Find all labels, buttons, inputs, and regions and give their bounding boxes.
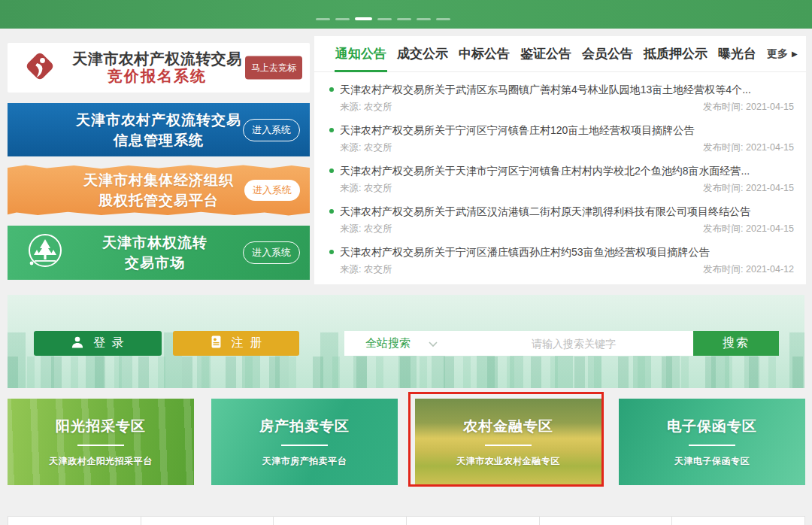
zone-title: 农村金融专区 [463,417,553,436]
tab-member[interactable]: 会员公告 [582,36,633,71]
list-item: 天津农村产权交易所关于武清区东马圈镇广善村第4号林业队园地13亩土地经营权等4个… [328,82,795,123]
source-value: 农交所 [364,142,392,153]
announcement-meta: 来源: 农交所 发布时间: 2021-04-15 [328,97,795,114]
banner-line: 天津市林权流转 [65,232,245,253]
table-cell [671,516,805,525]
tab-deal-publicity[interactable]: 成交公示 [397,36,448,71]
time-value: 2021-04-15 [746,102,794,112]
zone-real-estate-auction[interactable]: 房产拍卖专区 天津市房产拍卖平台 [211,399,398,485]
tab-notice-announcements[interactable]: 通知公告 [335,36,386,71]
carousel-dot-active[interactable] [355,17,372,20]
carousel-dot[interactable] [436,18,450,20]
table-cell [141,516,274,525]
tab-pledge[interactable]: 抵质押公示 [644,36,707,71]
login-button[interactable]: 登 录 [34,331,162,356]
source-label: 来源: [340,223,361,234]
announcement-title-link[interactable]: 天津农村产权交易所关于武清区汉沽港镇二街村原天津凯得利科技有限公司项目终结公告 [328,204,795,219]
announcement-tabs: 通知公告 成交公示 中标公告 鉴证公告 会员公告 抵质押公示 曝光台 更多 ▶ [314,36,806,72]
time-label: 发布时间: [703,223,743,234]
search-bar: 全站搜索 搜索 [344,331,779,356]
go-bid-button[interactable]: 马上去竞标 [245,56,302,80]
source-label: 来源: [340,102,361,112]
zone-divider [281,445,328,446]
zone-sunshine-procurement[interactable]: 阳光招采专区 天津政村企阳光招采平台 [8,399,194,485]
enter-system-button[interactable]: 进入系统 [243,119,300,141]
zone-subtitle: 天津电子保函专区 [674,455,750,468]
tab-winning-bid[interactable]: 中标公告 [459,36,510,71]
tab-attestation[interactable]: 鉴证公告 [520,36,571,71]
search-scope-select[interactable]: 全站搜索 [344,331,454,356]
announcement-title-link[interactable]: 天津农村产权交易所关于武清区东马圈镇广善村第4号林业队园地13亩土地经营权等4个… [328,82,795,97]
zone-subtitle: 天津市房产拍卖平台 [262,455,347,468]
homepage: 天津市农村产权流转交易 竞价报名系统 马上去竞标 天津市农村产权流转交易 信息管… [0,0,812,525]
more-link[interactable]: 更多 ▶ [767,47,798,61]
announcement-meta: 来源: 农交所 发布时间: 2021-04-15 [328,138,795,154]
login-label: 登 录 [93,335,125,351]
source-label: 来源: [340,183,361,193]
zone-title: 房产拍卖专区 [259,417,350,436]
source-value: 农交所 [364,264,392,275]
more-label: 更多 [767,47,788,61]
register-label: 注 册 [232,335,263,351]
zone-divider [689,445,735,446]
search-input[interactable] [454,331,693,356]
enter-system-button[interactable]: 进入系统 [244,180,300,201]
zone-title: 电子保函专区 [667,417,757,436]
announcement-meta: 来源: 农交所 发布时间: 2021-04-12 [328,259,795,276]
enter-system-button[interactable]: 进入系统 [243,241,300,264]
time-value: 2021-04-15 [746,223,794,234]
table-cell [8,516,141,525]
zone-subtitle: 天津市农业农村金融专区 [456,455,560,468]
source-value: 农交所 [364,102,392,112]
carousel-banner [0,0,812,29]
carousel-dot[interactable] [335,18,350,20]
register-button[interactable]: 注 册 [173,331,299,356]
hero-banner: 登 录 注 册 全站搜索 搜索 [8,295,804,388]
carousel-indicators [316,17,450,20]
list-item: 天津农村产权交易所关于宁河区宁河镇鲁庄村120亩土地经营权项目摘牌公告 来源: … [328,123,795,163]
id-card-icon [209,335,223,352]
time-label: 发布时间: [703,183,743,193]
brand-diamond-logo-icon [23,49,57,86]
table-cell [406,516,540,525]
brand-title: 天津市农村产权流转交易 [68,50,247,68]
zone-rural-finance[interactable]: 农村金融专区 天津市农业农村金融专区 [415,399,601,485]
announcement-title-link[interactable]: 天津农村产权交易所关于宁河区宁河镇鲁庄村120亩土地经营权项目摘牌公告 [328,123,795,138]
carousel-dot[interactable] [417,18,431,20]
time-label: 发布时间: [703,142,743,153]
equity-custody-banner[interactable]: 天津市村集体经济组织 股权托管交易平台 进入系统 [8,164,310,217]
zone-subtitle: 天津政村企阳光招采平台 [49,455,153,468]
table-cell [539,516,673,525]
announcement-list: 天津农村产权交易所关于武清区东马圈镇广善村第4号林业队园地13亩土地经营权等4个… [314,72,806,285]
source-value: 农交所 [364,183,392,193]
special-zones-row: 阳光招采专区 天津政村企阳光招采平台 房产拍卖专区 天津市房产拍卖平台 农村金融… [8,399,804,485]
carousel-dot[interactable] [316,18,330,20]
info-management-banner[interactable]: 天津市农村产权流转交易 信息管理系统 进入系统 [8,103,310,156]
announcement-meta: 来源: 农交所 发布时间: 2021-04-15 [328,219,795,235]
source-label: 来源: [340,264,361,275]
source-label: 来源: [340,142,361,153]
table-cell [273,516,407,525]
source-value: 农交所 [364,223,392,234]
list-item: 天津农村产权交易所关于宁河区潘庄镇西孙庄村约53亩鱼池经营权项目摘牌公告 来源:… [328,244,795,285]
zone-title: 阳光招采专区 [56,417,146,436]
tree-icon [26,232,65,274]
zone-divider [77,445,124,446]
time-value: 2021-04-15 [746,183,794,193]
left-column: 天津市农村产权流转交易 竞价报名系统 马上去竞标 天津市农村产权流转交易 信息管… [8,43,310,280]
list-item: 天津农村产权交易所关于天津市宁河区宁河镇鲁庄村村内学校北2个鱼池约8亩水面经营.… [328,163,795,204]
search-scope-label: 全站搜索 [365,336,411,351]
brand-subtitle: 竞价报名系统 [68,68,247,85]
announcement-meta: 来源: 农交所 发布时间: 2021-04-15 [328,178,795,195]
user-icon [70,335,85,353]
tab-exposure[interactable]: 曝光台 [718,36,756,71]
carousel-dot[interactable] [397,18,411,20]
search-button[interactable]: 搜索 [693,331,779,356]
bidding-system-card[interactable]: 天津市农村产权流转交易 竞价报名系统 马上去竞标 [8,43,310,93]
announcement-title-link[interactable]: 天津农村产权交易所关于天津市宁河区宁河镇鲁庄村村内学校北2个鱼池约8亩水面经营.… [328,163,795,178]
forest-rights-banner[interactable]: 天津市林权流转 交易市场 进入系统 [8,226,310,280]
announcement-title-link[interactable]: 天津农村产权交易所关于宁河区潘庄镇西孙庄村约53亩鱼池经营权项目摘牌公告 [328,244,795,259]
zone-electronic-guarantee[interactable]: 电子保函专区 天津电子保函专区 [619,399,805,485]
carousel-dot[interactable] [377,18,392,20]
zone-divider [485,445,532,446]
